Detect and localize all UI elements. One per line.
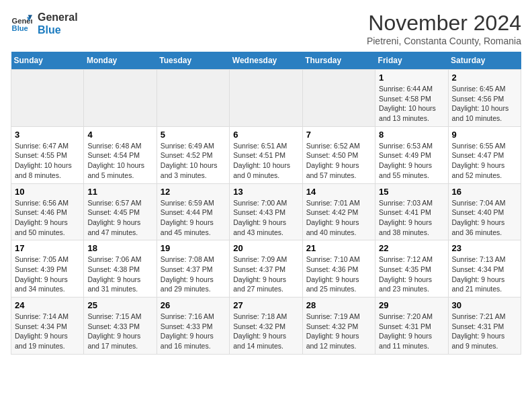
day-number: 6 [233,130,298,140]
day-info: Sunrise: 6:52 AMSunset: 4:50 PMDaylight:… [306,141,371,181]
day-info: Sunrise: 7:18 AMSunset: 4:32 PMDaylight:… [233,312,298,351]
calendar-cell: 28Sunrise: 7:19 AMSunset: 4:32 PMDayligh… [302,298,375,355]
day-number: 11 [87,187,152,197]
day-number: 7 [306,130,371,140]
calendar-cell: 22Sunrise: 7:12 AMSunset: 4:35 PMDayligh… [375,240,448,298]
day-info: Sunrise: 7:19 AMSunset: 4:32 PMDaylight:… [306,312,371,351]
calendar-cell: 16Sunrise: 7:04 AMSunset: 4:40 PMDayligh… [448,183,521,240]
day-info: Sunrise: 6:45 AMSunset: 4:56 PMDaylight:… [452,84,517,124]
day-number: 10 [15,187,80,197]
day-info: Sunrise: 7:08 AMSunset: 4:37 PMDaylight:… [161,255,226,294]
day-number: 4 [87,130,152,140]
calendar-cell: 21Sunrise: 7:10 AMSunset: 4:36 PMDayligh… [302,240,375,298]
calendar-week-2: 3Sunrise: 6:47 AMSunset: 4:55 PMDaylight… [11,126,521,183]
weekday-header-sunday: Sunday [11,52,84,70]
calendar-cell: 10Sunrise: 6:56 AMSunset: 4:46 PMDayligh… [11,183,84,240]
logo-blue-text: Blue [38,24,78,36]
day-info: Sunrise: 6:53 AMSunset: 4:49 PMDaylight:… [379,141,444,181]
day-number: 27 [233,300,298,310]
day-number: 17 [15,243,80,253]
calendar-cell: 7Sunrise: 6:52 AMSunset: 4:50 PMDaylight… [302,126,375,183]
day-info: Sunrise: 7:16 AMSunset: 4:33 PMDaylight:… [161,312,226,351]
day-number: 28 [306,300,371,310]
day-info: Sunrise: 6:48 AMSunset: 4:54 PMDaylight:… [87,141,152,181]
calendar-cell [302,70,375,127]
day-number: 30 [452,300,517,310]
calendar-cell: 19Sunrise: 7:08 AMSunset: 4:37 PMDayligh… [157,240,229,298]
day-number: 21 [306,243,371,253]
day-info: Sunrise: 6:55 AMSunset: 4:47 PMDaylight:… [452,141,517,181]
calendar-cell: 3Sunrise: 6:47 AMSunset: 4:55 PMDaylight… [11,126,84,183]
location: Pietreni, Constanta County, Romania [367,36,521,46]
day-number: 29 [379,300,444,310]
calendar-cell: 11Sunrise: 6:57 AMSunset: 4:45 PMDayligh… [84,183,157,240]
calendar-cell [84,70,157,127]
calendar-cell: 17Sunrise: 7:05 AMSunset: 4:39 PMDayligh… [11,240,84,298]
day-number: 14 [306,187,371,197]
calendar-cell: 30Sunrise: 7:21 AMSunset: 4:31 PMDayligh… [448,298,521,355]
weekday-header-thursday: Thursday [302,52,375,70]
day-info: Sunrise: 7:03 AMSunset: 4:41 PMDaylight:… [379,198,444,238]
day-info: Sunrise: 6:47 AMSunset: 4:55 PMDaylight:… [15,141,80,181]
calendar-cell: 13Sunrise: 7:00 AMSunset: 4:43 PMDayligh… [230,183,302,240]
day-number: 24 [15,300,80,310]
logo-icon: General Blue [11,13,32,34]
logo: General Blue General Blue [11,11,78,36]
day-info: Sunrise: 6:51 AMSunset: 4:51 PMDaylight:… [233,141,298,181]
day-number: 1 [379,73,444,83]
day-number: 26 [161,300,226,310]
day-number: 5 [161,130,226,140]
calendar-cell: 27Sunrise: 7:18 AMSunset: 4:32 PMDayligh… [230,298,302,355]
calendar-cell: 14Sunrise: 7:01 AMSunset: 4:42 PMDayligh… [302,183,375,240]
calendar-cell: 2Sunrise: 6:45 AMSunset: 4:56 PMDaylight… [448,70,521,127]
day-info: Sunrise: 7:14 AMSunset: 4:34 PMDaylight:… [15,312,80,351]
calendar-cell [230,70,302,127]
calendar-cell: 25Sunrise: 7:15 AMSunset: 4:33 PMDayligh… [84,298,157,355]
calendar-week-1: 1Sunrise: 6:44 AMSunset: 4:58 PMDaylight… [11,70,521,127]
day-info: Sunrise: 7:01 AMSunset: 4:42 PMDaylight:… [306,198,371,238]
logo-general-text: General [38,11,78,24]
calendar-cell: 23Sunrise: 7:13 AMSunset: 4:34 PMDayligh… [448,240,521,298]
weekday-header-saturday: Saturday [448,52,521,70]
title-block: November 2024 Pietreni, Constanta County… [367,11,521,46]
weekday-header-wednesday: Wednesday [230,52,302,70]
weekday-header-monday: Monday [84,52,157,70]
day-number: 2 [452,73,517,83]
svg-text:Blue: Blue [12,24,28,32]
day-info: Sunrise: 6:57 AMSunset: 4:45 PMDaylight:… [87,198,152,238]
calendar-cell: 20Sunrise: 7:09 AMSunset: 4:37 PMDayligh… [230,240,302,298]
calendar-cell [11,70,84,127]
page-header: General Blue General Blue November 2024 … [11,11,521,46]
calendar-cell: 29Sunrise: 7:20 AMSunset: 4:31 PMDayligh… [375,298,448,355]
day-number: 23 [452,243,517,253]
day-info: Sunrise: 7:05 AMSunset: 4:39 PMDaylight:… [15,255,80,294]
weekday-header-tuesday: Tuesday [157,52,229,70]
day-info: Sunrise: 7:20 AMSunset: 4:31 PMDaylight:… [379,312,444,351]
calendar-week-3: 10Sunrise: 6:56 AMSunset: 4:46 PMDayligh… [11,183,521,240]
day-number: 15 [379,187,444,197]
calendar-cell: 24Sunrise: 7:14 AMSunset: 4:34 PMDayligh… [11,298,84,355]
day-info: Sunrise: 7:12 AMSunset: 4:35 PMDaylight:… [379,255,444,294]
calendar-cell: 9Sunrise: 6:55 AMSunset: 4:47 PMDaylight… [448,126,521,183]
day-info: Sunrise: 7:06 AMSunset: 4:38 PMDaylight:… [87,255,152,294]
calendar-week-5: 24Sunrise: 7:14 AMSunset: 4:34 PMDayligh… [11,298,521,355]
calendar-cell [157,70,229,127]
day-number: 16 [452,187,517,197]
calendar-cell: 18Sunrise: 7:06 AMSunset: 4:38 PMDayligh… [84,240,157,298]
day-info: Sunrise: 7:09 AMSunset: 4:37 PMDaylight:… [233,255,298,294]
day-info: Sunrise: 7:04 AMSunset: 4:40 PMDaylight:… [452,198,517,238]
calendar-cell: 6Sunrise: 6:51 AMSunset: 4:51 PMDaylight… [230,126,302,183]
day-number: 8 [379,130,444,140]
day-info: Sunrise: 6:56 AMSunset: 4:46 PMDaylight:… [15,198,80,238]
day-number: 18 [87,243,152,253]
day-info: Sunrise: 7:00 AMSunset: 4:43 PMDaylight:… [233,198,298,238]
calendar-cell: 12Sunrise: 6:59 AMSunset: 4:44 PMDayligh… [157,183,229,240]
day-number: 13 [233,187,298,197]
calendar-cell: 15Sunrise: 7:03 AMSunset: 4:41 PMDayligh… [375,183,448,240]
calendar-table: SundayMondayTuesdayWednesdayThursdayFrid… [11,52,521,355]
day-info: Sunrise: 7:13 AMSunset: 4:34 PMDaylight:… [452,255,517,294]
day-info: Sunrise: 7:10 AMSunset: 4:36 PMDaylight:… [306,255,371,294]
calendar-cell: 8Sunrise: 6:53 AMSunset: 4:49 PMDaylight… [375,126,448,183]
day-info: Sunrise: 7:21 AMSunset: 4:31 PMDaylight:… [452,312,517,351]
calendar-cell: 4Sunrise: 6:48 AMSunset: 4:54 PMDaylight… [84,126,157,183]
